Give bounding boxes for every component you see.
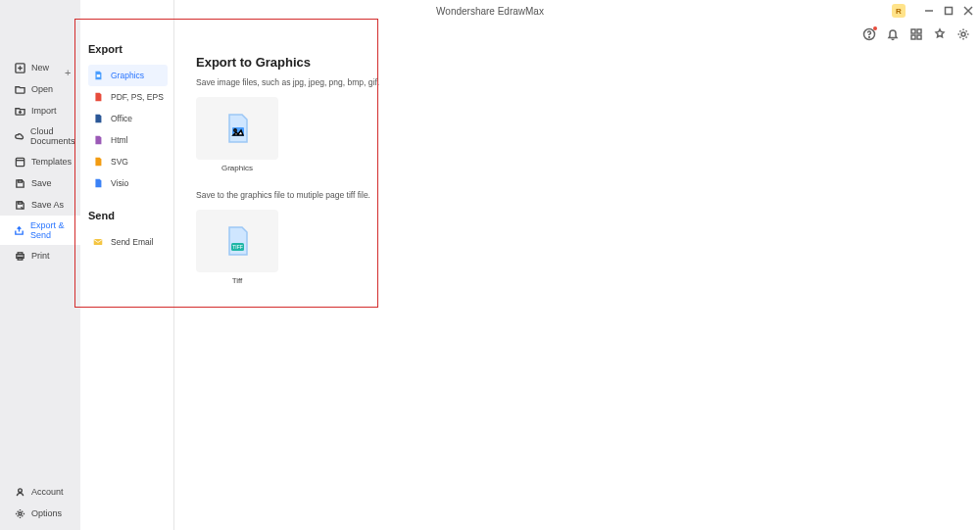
file-import-label: Import bbox=[31, 106, 57, 116]
export-visio-label: Visio bbox=[111, 178, 128, 188]
card-tiff-label: Tiff bbox=[196, 276, 278, 285]
graphics-icon bbox=[92, 70, 104, 81]
main-content: Export to Graphics Save image files, suc… bbox=[174, 0, 980, 530]
user-icon bbox=[14, 486, 25, 498]
page-title: Export to Graphics bbox=[196, 55, 958, 70]
desc-graphics: Save image files, such as jpg, jpeg, png… bbox=[196, 77, 958, 87]
export-html[interactable]: Html bbox=[88, 129, 168, 151]
file-options-label: Options bbox=[31, 508, 62, 518]
visio-icon bbox=[92, 177, 104, 189]
svg-rect-17 bbox=[18, 201, 22, 203]
html-icon bbox=[92, 134, 104, 146]
svg-rect-14 bbox=[16, 158, 24, 166]
file-print[interactable]: Print bbox=[0, 245, 80, 266]
tiff-file-icon: TIFF bbox=[223, 225, 251, 257]
file-save-as[interactable]: Save As bbox=[0, 194, 80, 216]
office-icon bbox=[92, 113, 104, 124]
folder-icon bbox=[14, 83, 25, 95]
svg-rect-16 bbox=[18, 179, 22, 181]
file-save-label: Save bbox=[31, 178, 52, 188]
graphics-file-icon bbox=[223, 113, 251, 144]
card-graphics-label: Graphics bbox=[196, 164, 278, 172]
export-office-label: Office bbox=[111, 114, 132, 123]
file-export-send[interactable]: Export & Send bbox=[0, 216, 80, 245]
gear-icon bbox=[14, 507, 25, 519]
file-templates-label: Templates bbox=[31, 157, 72, 167]
export-heading: Export bbox=[88, 43, 168, 55]
send-email[interactable]: Send Email bbox=[88, 231, 168, 253]
file-new-label: New bbox=[31, 63, 49, 72]
save-as-icon bbox=[14, 199, 25, 211]
file-cloud-label: Cloud Documents bbox=[30, 126, 75, 146]
file-export-label: Export & Send bbox=[30, 220, 73, 240]
file-templates[interactable]: Templates bbox=[0, 151, 80, 172]
pdf-icon bbox=[92, 91, 104, 103]
send-email-label: Send Email bbox=[111, 237, 153, 247]
send-heading: Send bbox=[88, 210, 168, 221]
file-cloud-documents[interactable]: Cloud Documents bbox=[0, 121, 80, 151]
svg-point-22 bbox=[19, 512, 22, 515]
svg-point-26 bbox=[234, 129, 236, 131]
file-account[interactable]: Account bbox=[0, 481, 80, 503]
export-graphics[interactable]: Graphics bbox=[88, 65, 168, 86]
save-icon bbox=[14, 177, 25, 189]
file-print-label: Print bbox=[31, 251, 50, 261]
export-svg-label: SVG bbox=[111, 157, 128, 167]
file-account-label: Account bbox=[31, 487, 64, 497]
file-sidebar: New Open Import Cloud Documents Template… bbox=[0, 0, 80, 530]
print-icon bbox=[14, 250, 25, 262]
export-office[interactable]: Office bbox=[88, 108, 168, 129]
file-import[interactable]: Import bbox=[0, 100, 80, 121]
plus-icon bbox=[14, 62, 25, 73]
templates-icon bbox=[14, 156, 25, 168]
svg-rect-23 bbox=[97, 74, 100, 77]
export-pdf-label: PDF, PS, EPS bbox=[111, 92, 164, 102]
export-visio[interactable]: Visio bbox=[88, 172, 168, 194]
export-svg[interactable]: SVG bbox=[88, 151, 168, 172]
import-icon bbox=[14, 105, 25, 117]
svg-point-21 bbox=[18, 488, 22, 492]
svg-icon bbox=[92, 156, 104, 168]
file-open[interactable]: Open bbox=[0, 78, 80, 100]
export-pdf[interactable]: PDF, PS, EPS bbox=[88, 86, 168, 108]
file-new[interactable]: New bbox=[0, 57, 80, 78]
file-save[interactable]: Save bbox=[0, 172, 80, 194]
export-panel: Export Graphics PDF, PS, EPS Office Html… bbox=[80, 0, 174, 530]
cloud-icon bbox=[14, 130, 24, 142]
export-graphics-label: Graphics bbox=[111, 71, 144, 80]
svg-text:TIFF: TIFF bbox=[232, 244, 243, 250]
export-html-label: Html bbox=[111, 135, 127, 145]
file-open-label: Open bbox=[31, 84, 53, 94]
card-tiff[interactable]: TIFF bbox=[196, 210, 278, 272]
svg-rect-19 bbox=[18, 252, 23, 254]
desc-tiff: Save to the graphics file to mutiple pag… bbox=[196, 190, 958, 200]
email-icon bbox=[92, 236, 104, 248]
file-options[interactable]: Options bbox=[0, 503, 80, 524]
card-graphics[interactable] bbox=[196, 97, 278, 160]
export-icon bbox=[14, 224, 24, 236]
file-save-as-label: Save As bbox=[31, 200, 64, 210]
